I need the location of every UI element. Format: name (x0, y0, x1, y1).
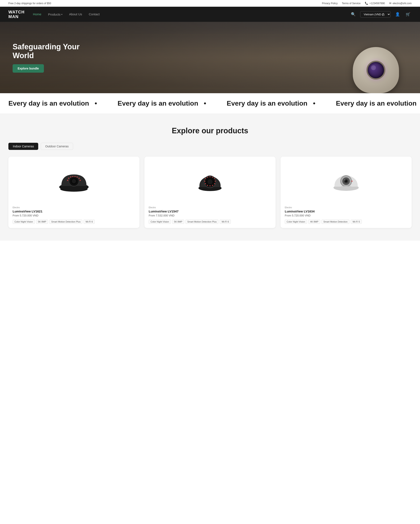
svg-point-36 (351, 181, 353, 182)
svg-point-28 (205, 183, 206, 184)
top-bar: Free 2-day shippings for orders of $50 P… (0, 0, 420, 7)
product-image (285, 161, 407, 203)
logo[interactable]: WATCH MAN (9, 10, 25, 19)
svg-point-24 (214, 183, 215, 184)
marquee-item: Every day is an evolution • (219, 99, 328, 107)
marquee-item: Every day is an evolution • (109, 99, 219, 107)
email-address: electro@sht.com (393, 2, 411, 5)
navbar-right: 🔍 Vietnam (VND ₫) 👤 🛒 (350, 11, 411, 18)
navbar-left: WATCH MAN Home Products ▾ About Us Conta… (9, 10, 100, 19)
camera-body (353, 47, 399, 93)
product-price: From 7.532.000 VND (149, 214, 271, 217)
marquee-item: Every day is an evolution • (0, 99, 109, 107)
chevron-down-icon: ▾ (61, 13, 62, 16)
svg-point-26 (210, 185, 211, 186)
product-image (13, 161, 135, 203)
tag: 5K 8MP (36, 220, 48, 224)
product-tags: Color Night Vision 5K 8MP Smart Motion D… (149, 220, 271, 224)
phone-number: +1234567890 (369, 2, 385, 5)
currency-select[interactable]: Vietnam (VND ₫) (360, 11, 391, 18)
svg-point-5 (68, 178, 69, 179)
search-button[interactable]: 🔍 (350, 11, 357, 17)
phone-contact: 📞 +1234567890 (365, 2, 385, 5)
hero-camera-image (344, 30, 407, 93)
nav-about[interactable]: About Us (69, 12, 82, 16)
svg-point-34 (344, 179, 345, 181)
tab-outdoor-cameras[interactable]: Outdoor Cameras (41, 143, 73, 150)
nav-links: Home Products ▾ About Us Contact (33, 12, 100, 16)
nav-home[interactable]: Home (33, 12, 41, 16)
tag: Wi-Fi 6 (220, 220, 231, 224)
products-section-title: Explore our products (9, 126, 411, 135)
tag: Wi-Fi 6 (84, 220, 95, 224)
svg-point-8 (74, 176, 76, 177)
terms-link[interactable]: Terms of Service (342, 2, 360, 5)
tag: Smart Motion Detection Plus (49, 220, 82, 224)
product-card[interactable]: Electro LumivaView LV1621 From 5.720.000… (9, 157, 140, 228)
products-grid: Electro LumivaView LV1621 From 5.720.000… (9, 157, 411, 228)
cart-button[interactable]: 🛒 (404, 11, 411, 17)
svg-point-23 (215, 181, 216, 182)
tag: 4K 8MP (308, 220, 320, 224)
product-card[interactable]: Electro LumivaView LV1634 From 5.720.000… (280, 157, 411, 228)
product-name: LumivaView LV1634 (285, 210, 407, 213)
product-price: From 5.720.000 VND (285, 214, 407, 217)
product-brand: Electro (149, 206, 271, 209)
product-brand: Electro (285, 206, 407, 209)
tag: Wi-Fi 5 (351, 220, 362, 224)
navbar: WATCH MAN Home Products ▾ About Us Conta… (0, 7, 420, 22)
tag: Smart Motion Detection (322, 220, 350, 224)
camera-svg-3 (329, 168, 363, 195)
product-brand: Electro (13, 206, 135, 209)
explore-bundle-button[interactable]: Explore bundle (13, 64, 44, 73)
tag: Color Night Vision (285, 220, 307, 224)
phone-icon: 📞 (365, 2, 368, 5)
svg-point-16 (208, 179, 212, 184)
nav-products[interactable]: Products ▾ (48, 13, 62, 16)
product-price: From 5.720.000 VND (13, 214, 135, 217)
svg-point-10 (79, 178, 80, 179)
product-tags: Color Night Vision 5K 8MP Smart Motion D… (13, 220, 135, 224)
svg-point-21 (212, 177, 213, 178)
camera-svg-1 (57, 168, 91, 195)
tag: 5K 8MP (172, 220, 184, 224)
promo-text: Free 2-day shippings for orders of $50 (9, 2, 51, 5)
product-card[interactable]: Electro LumivaView LV1547 From 7.532.000… (144, 157, 276, 228)
nav-contact[interactable]: Contact (89, 12, 100, 16)
svg-point-3 (72, 179, 76, 183)
svg-point-33 (345, 180, 347, 182)
marquee-track: Every day is an evolution • Every day is… (0, 99, 420, 107)
category-tabs: Indoor Cameras Outdoor Cameras (9, 143, 411, 150)
svg-point-19 (207, 177, 208, 178)
product-name: LumivaView LV1547 (149, 210, 271, 213)
marquee-section: Every day is an evolution • Every day is… (0, 93, 420, 114)
hero-content: Safeguarding Your World Explore bundle (0, 42, 109, 73)
svg-point-22 (214, 178, 215, 179)
products-section: Explore our products Indoor Cameras Outd… (0, 114, 420, 241)
tag: Color Night Vision (13, 220, 35, 224)
top-bar-right: Privacy Policy Terms of Service 📞 +12345… (322, 2, 411, 5)
svg-point-18 (205, 178, 206, 179)
tab-indoor-cameras[interactable]: Indoor Cameras (9, 143, 38, 150)
tag: Color Night Vision (149, 220, 171, 224)
email-contact: ✉ electro@sht.com (389, 2, 411, 5)
account-button[interactable]: 👤 (394, 11, 401, 17)
product-tags: Color Night Vision 4K 8MP Smart Motion D… (285, 220, 407, 224)
svg-point-12 (60, 187, 88, 192)
svg-point-6 (70, 176, 71, 178)
svg-point-7 (72, 176, 73, 177)
hero-section: Safeguarding Your World Explore bundle (0, 22, 420, 93)
camera-svg-2 (193, 168, 227, 195)
svg-point-27 (207, 185, 208, 186)
product-image (149, 161, 271, 203)
email-icon: ✉ (389, 2, 391, 5)
svg-rect-35 (341, 186, 351, 188)
svg-point-25 (212, 185, 213, 186)
privacy-link[interactable]: Privacy Policy (322, 2, 338, 5)
camera-lens (367, 61, 385, 79)
product-name: LumivaView LV1621 (13, 210, 135, 213)
marquee-item: Every day is an evolution • (327, 99, 420, 107)
svg-point-4 (67, 180, 68, 181)
tag: Smart Motion Detection Plus (185, 220, 219, 224)
svg-point-17 (204, 181, 205, 182)
